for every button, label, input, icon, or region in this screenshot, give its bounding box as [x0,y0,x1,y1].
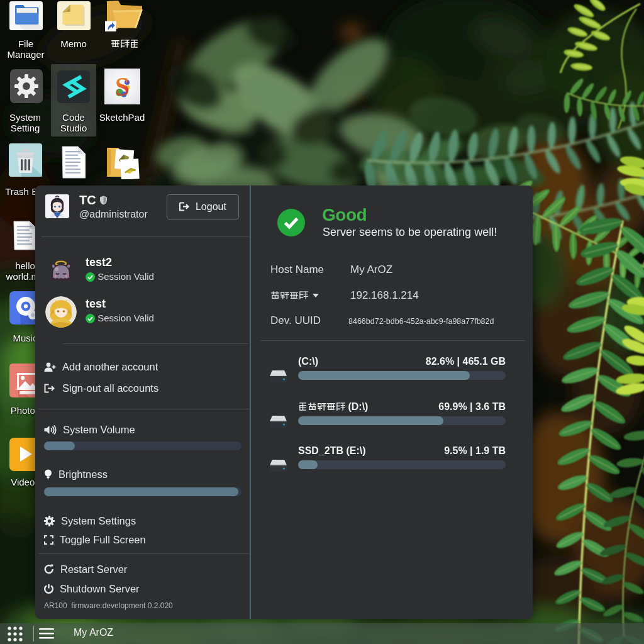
svg-text:S: S [115,72,130,101]
